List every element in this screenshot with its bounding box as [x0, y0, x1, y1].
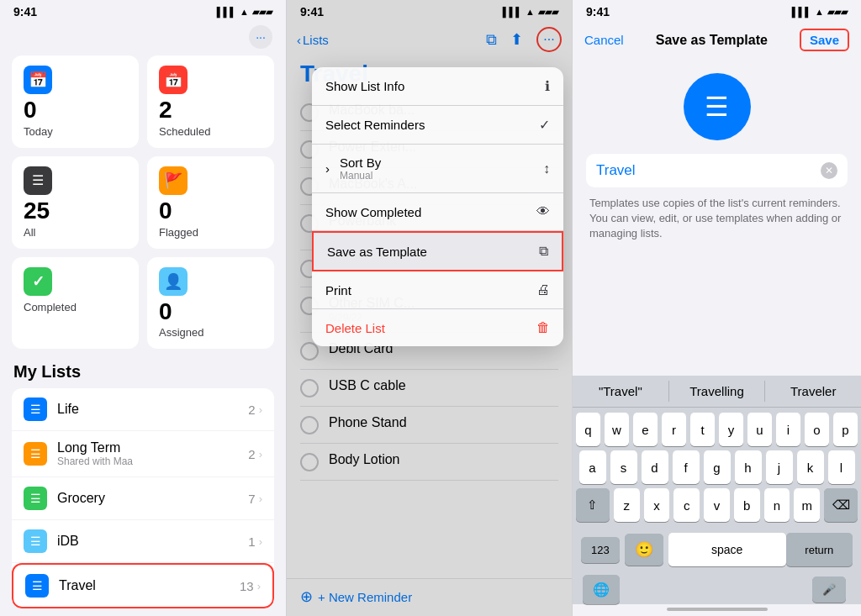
menu-item-left: Show List Info: [325, 79, 404, 93]
menu-print[interactable]: Print 🖨: [312, 271, 563, 309]
print-icon: 🖨: [536, 282, 550, 297]
numbers-key[interactable]: 123: [581, 537, 620, 563]
my-lists-title: My Lists: [0, 359, 286, 388]
template-name-input[interactable]: [596, 162, 821, 179]
all-icon: ☰: [24, 166, 52, 195]
panel-travel-list: 9:41 ▌▌▌ ▲ ▰▰▰ ‹ Lists ⧉ ⬆ ··· Travel Ma…: [286, 0, 572, 616]
sort-by-text: Sort By Manual: [340, 155, 381, 182]
key-q[interactable]: q: [576, 413, 600, 446]
menu-item-left: › Sort By Manual: [325, 155, 381, 182]
list-item-grocery[interactable]: ☰ Grocery 7 ›: [12, 477, 274, 520]
save-button[interactable]: Save: [800, 29, 849, 51]
assigned-icon: 👤: [159, 267, 188, 296]
key-row-2: a s d f g h j k l: [576, 450, 858, 484]
menu-save-as-template[interactable]: Save as Template ⧉: [312, 231, 563, 271]
key-n[interactable]: n: [764, 488, 790, 522]
menu-delete-list[interactable]: Delete List 🗑: [312, 309, 563, 346]
clear-input-button[interactable]: ✕: [821, 162, 837, 179]
flagged-count: 0: [159, 198, 262, 224]
key-s[interactable]: s: [610, 450, 637, 484]
battery-icon-3: ▰▰▰: [827, 7, 848, 18]
list-item-travel[interactable]: ☰ Travel 13 ›: [12, 563, 274, 608]
key-r[interactable]: r: [662, 413, 686, 446]
return-key[interactable]: return: [786, 533, 853, 566]
menu-select-reminders[interactable]: Select Reminders ✓: [312, 106, 563, 145]
scheduled-label: Scheduled: [159, 125, 262, 138]
key-p[interactable]: p: [833, 413, 858, 446]
globe-key[interactable]: 🌐: [583, 575, 620, 604]
show-completed-label: Show Completed: [325, 205, 421, 219]
space-key[interactable]: space: [668, 533, 786, 566]
card-all[interactable]: ☰ 25 All: [12, 156, 139, 249]
key-row-1: q w e r t y u i o p: [576, 413, 858, 446]
life-badge: 2: [248, 403, 255, 417]
card-assigned[interactable]: 👤 0 Assigned: [147, 257, 274, 350]
card-today[interactable]: 📅 0 Today: [12, 55, 139, 148]
emoji-key[interactable]: 🙂: [625, 534, 663, 566]
autocomplete-travel-quote[interactable]: "Travel": [573, 381, 669, 402]
key-l[interactable]: l: [828, 450, 855, 484]
card-completed[interactable]: ✓ Completed: [12, 257, 139, 350]
key-h[interactable]: h: [735, 450, 762, 484]
list-item-longterm[interactable]: ☰ Long Term Shared with Maa 2 ›: [12, 431, 274, 477]
menu-sort-by[interactable]: › Sort By Manual ↕: [312, 145, 563, 193]
key-v[interactable]: v: [704, 488, 730, 522]
completed-label: Completed: [24, 301, 127, 313]
wifi-icon-3: ▲: [815, 7, 824, 17]
key-x[interactable]: x: [644, 488, 670, 522]
key-i[interactable]: i: [776, 413, 800, 446]
grocery-icon: ☰: [24, 487, 47, 510]
key-k[interactable]: k: [797, 450, 824, 484]
signal-icon: ▌▌▌: [217, 7, 236, 17]
key-w[interactable]: w: [605, 413, 629, 446]
menu-item-left: Save as Template: [327, 245, 427, 259]
status-icons-3: ▌▌▌ ▲ ▰▰▰: [792, 7, 848, 18]
time-1: 9:41: [13, 5, 37, 18]
flagged-label: Flagged: [159, 226, 262, 239]
context-menu-overlay[interactable]: Show List Info ℹ Select Reminders ✓ › So…: [287, 0, 572, 616]
template-name-input-wrap: ✕: [586, 154, 848, 187]
key-b[interactable]: b: [734, 488, 760, 522]
cancel-button[interactable]: Cancel: [584, 33, 624, 47]
list-item-life[interactable]: ☰ Life 2 ›: [12, 388, 274, 431]
mic-key[interactable]: 🎤: [812, 577, 846, 603]
autocomplete-travelling[interactable]: Travelling: [669, 381, 766, 402]
autocomplete-traveler[interactable]: Traveler: [765, 381, 861, 402]
list-item-idb[interactable]: ☰ iDB 1 ›: [12, 520, 274, 563]
key-a[interactable]: a: [579, 450, 606, 484]
trash-icon: 🗑: [536, 320, 550, 335]
template-icon-symbol: ☰: [705, 91, 730, 123]
sort-icon: ↕: [543, 161, 550, 176]
more-button[interactable]: ···: [249, 25, 272, 49]
info-icon: ℹ: [545, 78, 550, 94]
key-f[interactable]: f: [673, 450, 700, 484]
save-as-template-title: Save as Template: [656, 33, 768, 48]
key-g[interactable]: g: [704, 450, 731, 484]
key-j[interactable]: j: [766, 450, 793, 484]
key-z[interactable]: z: [614, 488, 640, 522]
key-o[interactable]: o: [805, 413, 829, 446]
all-label: All: [24, 226, 127, 239]
shift-key[interactable]: ⇧: [576, 488, 610, 522]
key-d[interactable]: d: [642, 450, 668, 484]
assigned-label: Assigned: [159, 326, 262, 339]
menu-show-list-info[interactable]: Show List Info ℹ: [312, 67, 563, 106]
context-menu: Show List Info ℹ Select Reminders ✓ › So…: [312, 67, 563, 346]
key-t[interactable]: t: [690, 413, 715, 446]
today-label: Today: [24, 125, 127, 138]
smart-lists-grid: 📅 0 Today 📅 2 Scheduled ☰ 25 All 🚩 0 Fla…: [0, 55, 286, 359]
key-y[interactable]: y: [719, 413, 743, 446]
key-e[interactable]: e: [633, 413, 658, 446]
status-bar-1: 9:41 ▌▌▌ ▲ ▰▰▰: [0, 0, 286, 22]
card-flagged[interactable]: 🚩 0 Flagged: [147, 156, 274, 249]
delete-key[interactable]: ⌫: [824, 488, 858, 522]
keyboard-bottom-bar: 123 🙂 space return: [573, 529, 861, 571]
template-icon: ⧉: [539, 244, 548, 259]
key-u[interactable]: u: [747, 413, 772, 446]
idb-icon: ☰: [24, 529, 47, 553]
card-scheduled[interactable]: 📅 2 Scheduled: [147, 55, 274, 148]
menu-show-completed[interactable]: Show Completed 👁: [312, 193, 563, 231]
grocery-badge: 7: [248, 492, 255, 506]
key-m[interactable]: m: [794, 488, 820, 522]
key-c[interactable]: c: [673, 488, 700, 522]
